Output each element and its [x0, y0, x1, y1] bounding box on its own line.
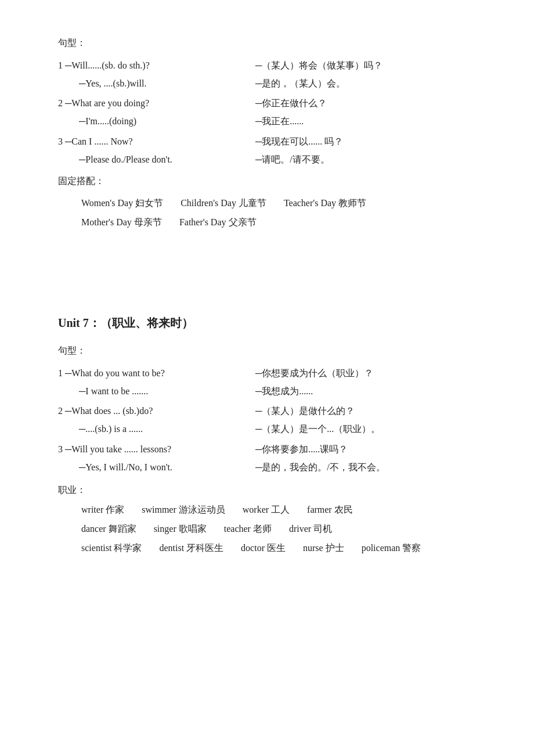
sentence-2-left-a: ─I'm.....(doing) [58, 113, 255, 130]
unit7-sentence-1-left-a: ─I want to be ....... [58, 383, 255, 400]
collocation-item: Women's Day 妇女节 [81, 195, 163, 212]
sentence-group-1: 1 ─Will......(sb. do sth.)? ─（某人）将会（做某事）… [58, 57, 476, 92]
sentence-3-left-a: ─Please do./Please don't. [58, 152, 255, 168]
vocab-item: teacher 老师 [224, 521, 272, 538]
sentence-2-right-q: ─你正在做什么？ [255, 95, 476, 112]
vocab-item: worker 工人 [243, 502, 290, 519]
vocab-row-1: writer 作家 swimmer 游泳运动员 worker 工人 farmer… [58, 502, 476, 519]
unit7-sentence-row-3-q: 3 ─Will you take ...... lessons? ─你将要参加.… [58, 441, 476, 458]
vocab-item: nurse 护士 [303, 540, 344, 557]
unit7-sentence-group-1: 1 ─What do you want to be? ─你想要成为什么（职业）？… [58, 365, 476, 400]
unit7-sentence-2-right-a: ─（某人）是一个...（职业）。 [255, 421, 476, 438]
vocab-item: dentist 牙科医生 [159, 540, 223, 557]
unit7-section: Unit 7：（职业、将来时） 句型： 1 ─What do you want … [58, 312, 476, 557]
vocab-item: scientist 科学家 [81, 540, 142, 557]
unit7-sentence-1-left-q: 1 ─What do you want to be? [58, 365, 255, 382]
unit7-sentence-group-3: 3 ─Will you take ...... lessons? ─你将要参加.… [58, 441, 476, 476]
sentence-group-2: 2 ─What are you doing? ─你正在做什么？ ─I'm....… [58, 95, 476, 130]
sentence-row-3-q: 3 ─Can I ...... Now? ─我现在可以...... 吗？ [58, 134, 476, 150]
unit7-sentence-3-right-q: ─你将要参加.....课吗？ [255, 441, 476, 458]
sentence-2-right-a: ─我正在...... [255, 113, 476, 130]
sentence-1-right-q: ─（某人）将会（做某事）吗？ [255, 57, 476, 74]
vocab-title: 职业： [58, 482, 476, 499]
vocab-section: 职业： writer 作家 swimmer 游泳运动员 worker 工人 fa… [58, 482, 476, 557]
sentence-1-right-a: ─是的，（某人）会。 [255, 75, 476, 92]
unit7-sentence-row-1-a: ─I want to be ....... ─我想成为...... [58, 383, 476, 400]
unit7-title: Unit 7：（职业、将来时） [58, 312, 476, 333]
fixed-title: 固定搭配： [58, 173, 476, 190]
vocab-item: singer 歌唱家 [154, 521, 207, 538]
sentence-row-1-a: ─Yes, ....(sb.)will. ─是的，（某人）会。 [58, 75, 476, 92]
vocab-item: policeman 警察 [362, 540, 421, 557]
unit7-sentence-2-left-a: ─....(sb.) is a ...... [58, 421, 255, 438]
collocation-item: Father's Day 父亲节 [179, 214, 257, 231]
vocab-item: farmer 农民 [307, 502, 353, 519]
unit7-sentence-row-3-a: ─Yes, I will./No, I won't. ─是的，我会的。/不，我不… [58, 459, 476, 476]
unit7-sentence-1-right-q: ─你想要成为什么（职业）？ [255, 365, 476, 382]
unit6-section: 句型： 1 ─Will......(sb. do sth.)? ─（某人）将会（… [58, 35, 476, 231]
sentence-row-2-q: 2 ─What are you doing? ─你正在做什么？ [58, 95, 476, 112]
unit7-sentence-3-left-a: ─Yes, I will./No, I won't. [58, 459, 255, 476]
sentence-group-3: 3 ─Can I ...... Now? ─我现在可以...... 吗？ ─Pl… [58, 134, 476, 168]
unit7-sentence-3-left-q: 3 ─Will you take ...... lessons? [58, 441, 255, 458]
sentence-1-left-q: 1 ─Will......(sb. do sth.)? [58, 57, 255, 74]
collocation-item: Teacher's Day 教师节 [284, 195, 366, 212]
vocab-item: writer 作家 [81, 502, 124, 519]
sentence-1-left-a: ─Yes, ....(sb.)will. [58, 75, 255, 92]
unit7-sentence-2-left-q: 2 ─What does ... (sb.)do? [58, 403, 255, 420]
collocation-row-1: Women's Day 妇女节 Children's Day 儿童节 Teach… [58, 195, 476, 212]
collocation-item: Children's Day 儿童节 [181, 195, 266, 212]
collocation-item: Mother's Day 母亲节 [81, 214, 162, 231]
vocab-item: doctor 医生 [241, 540, 286, 557]
fixed-collocations: 固定搭配： Women's Day 妇女节 Children's Day 儿童节… [58, 173, 476, 231]
unit6-sentence-title: 句型： [58, 35, 476, 52]
vocab-item: dancer 舞蹈家 [81, 521, 136, 538]
sentence-3-right-q: ─我现在可以...... 吗？ [255, 134, 476, 150]
vocab-item: driver 司机 [289, 521, 332, 538]
vocab-row-2: dancer 舞蹈家 singer 歌唱家 teacher 老师 driver … [58, 521, 476, 538]
sentence-3-left-q: 3 ─Can I ...... Now? [58, 134, 255, 150]
sentence-row-1-q: 1 ─Will......(sb. do sth.)? ─（某人）将会（做某事）… [58, 57, 476, 74]
vocab-item: swimmer 游泳运动员 [142, 502, 225, 519]
unit7-sentence-group-2: 2 ─What does ... (sb.)do? ─（某人）是做什么的？ ─.… [58, 403, 476, 438]
sentence-2-left-q: 2 ─What are you doing? [58, 95, 255, 112]
sentence-row-3-a: ─Please do./Please don't. ─请吧。/请不要。 [58, 152, 476, 168]
unit7-sentence-3-right-a: ─是的，我会的。/不，我不会。 [255, 459, 476, 476]
vocab-row-3: scientist 科学家 dentist 牙科医生 doctor 医生 nur… [58, 540, 476, 557]
unit7-sentence-2-right-q: ─（某人）是做什么的？ [255, 403, 476, 420]
unit7-sentence-row-2-a: ─....(sb.) is a ...... ─（某人）是一个...（职业）。 [58, 421, 476, 438]
unit7-sentence-row-2-q: 2 ─What does ... (sb.)do? ─（某人）是做什么的？ [58, 403, 476, 420]
unit7-sentence-title: 句型： [58, 343, 476, 359]
spacer [58, 243, 476, 289]
sentence-3-right-a: ─请吧。/请不要。 [255, 152, 476, 168]
unit7-sentence-1-right-a: ─我想成为...... [255, 383, 476, 400]
collocation-row-2: Mother's Day 母亲节 Father's Day 父亲节 [58, 214, 476, 231]
unit7-sentence-row-1-q: 1 ─What do you want to be? ─你想要成为什么（职业）？ [58, 365, 476, 382]
sentence-row-2-a: ─I'm.....(doing) ─我正在...... [58, 113, 476, 130]
